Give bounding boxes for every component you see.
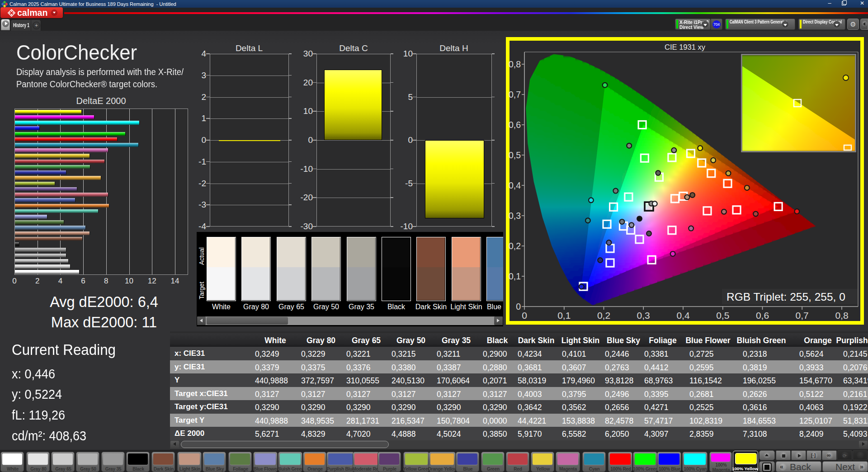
svg-text:0,4: 0,4 — [509, 180, 521, 190]
svg-text:0: 0 — [516, 302, 521, 312]
svg-text:0,7: 0,7 — [509, 90, 521, 99]
svg-text:RGB Triplet: 255, 255, 0: RGB Triplet: 255, 255, 0 — [726, 291, 845, 303]
svg-text:Target: Target — [198, 282, 205, 299]
svg-text:0,4: 0,4 — [676, 310, 690, 321]
svg-text:0,1: 0,1 — [509, 271, 521, 281]
svg-text:0,5: 0,5 — [509, 150, 521, 160]
svg-text:0,7: 0,7 — [796, 310, 809, 321]
svg-text:CIE 1931 xy: CIE 1931 xy — [665, 43, 706, 51]
svg-text:0,6: 0,6 — [756, 310, 769, 321]
svg-text:Actual: Actual — [198, 247, 205, 265]
svg-text:0,1: 0,1 — [557, 310, 571, 321]
svg-text:0,8: 0,8 — [509, 59, 521, 69]
svg-text:0,8: 0,8 — [835, 310, 848, 321]
svg-text:0,2: 0,2 — [509, 241, 521, 251]
svg-text:0,3: 0,3 — [509, 211, 521, 221]
svg-text:0,2: 0,2 — [597, 310, 610, 321]
svg-text:0,3: 0,3 — [637, 310, 650, 321]
svg-text:0,6: 0,6 — [509, 120, 521, 130]
svg-text:0: 0 — [522, 310, 527, 321]
svg-text:0,5: 0,5 — [716, 310, 729, 321]
